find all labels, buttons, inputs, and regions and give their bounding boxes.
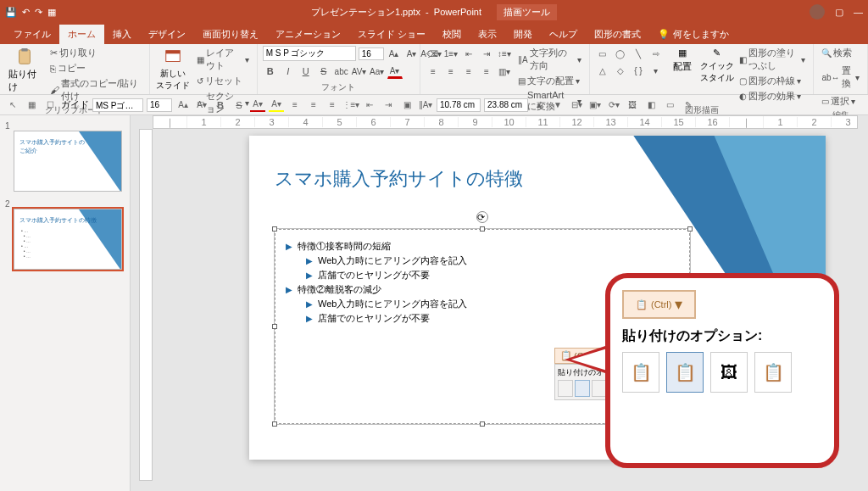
qat-mouse-icon[interactable]: ↖ bbox=[5, 98, 20, 112]
cut-button[interactable]: ✂切り取り bbox=[47, 46, 144, 60]
slide-title[interactable]: スマホ購入予約サイトの特徴 bbox=[275, 166, 523, 192]
new-slide-button[interactable]: 新しい スライド bbox=[155, 46, 191, 93]
layout-button[interactable]: ▦ レイアウト ▾ bbox=[194, 46, 252, 73]
paste-button[interactable]: 貼り付け bbox=[5, 46, 44, 95]
resize-handle[interactable] bbox=[687, 226, 693, 232]
font-size-select[interactable]: 16 bbox=[359, 47, 384, 60]
tab-help[interactable]: ヘルプ bbox=[541, 25, 586, 44]
qat-align-r[interactable]: ≡ bbox=[325, 98, 340, 112]
shape-line-icon[interactable]: ╲ bbox=[631, 46, 646, 61]
change-case-button[interactable]: Aa▾ bbox=[370, 64, 385, 79]
spacing-button[interactable]: AV▾ bbox=[352, 64, 367, 79]
undo-icon[interactable]: ↶ bbox=[22, 7, 30, 18]
strike-button[interactable]: S bbox=[316, 64, 331, 79]
resize-handle[interactable] bbox=[480, 421, 485, 427]
increase-indent-button[interactable]: ⇥ bbox=[479, 46, 494, 61]
font-family-select[interactable]: M S P ゴシック bbox=[263, 46, 356, 61]
start-from-beginning-icon[interactable]: ▦ bbox=[47, 7, 56, 18]
resize-handle[interactable] bbox=[480, 226, 485, 232]
quick-styles-button[interactable]: ✎クイック スタイル bbox=[701, 46, 733, 86]
replace-button[interactable]: ab↔ 置換 ▾ bbox=[819, 64, 862, 91]
align-center-button[interactable]: ≡ bbox=[443, 64, 459, 79]
qat-grow-font[interactable]: A▴ bbox=[175, 98, 191, 112]
shape-arrow-icon[interactable]: ⇨ bbox=[648, 46, 664, 61]
qat-picture[interactable]: 🖼 bbox=[625, 98, 640, 112]
shape-effects-button[interactable]: ◐ 図形の効果 ▾ bbox=[737, 89, 808, 103]
rotation-handle-icon[interactable]: ⟳ bbox=[476, 211, 488, 223]
shape-fill-button[interactable]: ◧ 図形の塗りつぶし ▾ bbox=[737, 46, 808, 73]
bold-button[interactable]: B bbox=[263, 64, 278, 79]
justify-button[interactable]: ≡ bbox=[479, 64, 494, 79]
qat-bring-front[interactable]: ▲ bbox=[531, 98, 547, 112]
qat-more3[interactable]: ✎ bbox=[681, 98, 696, 112]
qat-height[interactable]: 23.88 cm bbox=[484, 98, 528, 112]
bullet-level-1[interactable]: ▶特徴①接客時間の短縮 bbox=[286, 240, 679, 253]
qat-more2[interactable]: ▭ bbox=[662, 98, 677, 112]
arrange-button[interactable]: ▦配置 bbox=[667, 46, 698, 75]
tab-review[interactable]: 校閲 bbox=[434, 25, 470, 44]
font-color-button[interactable]: A▾ bbox=[387, 64, 403, 79]
qat-bullets[interactable]: ⋮≡▾ bbox=[343, 98, 359, 112]
resize-handle[interactable] bbox=[272, 421, 277, 427]
tell-me[interactable]: 💡何をしますか bbox=[649, 25, 737, 44]
qat-font-size[interactable]: 16 bbox=[147, 98, 172, 112]
minimize-icon[interactable]: — bbox=[854, 7, 863, 17]
align-text-button[interactable]: ▤ 文字の配置 ▾ bbox=[515, 74, 584, 88]
underline-button[interactable]: U bbox=[298, 64, 314, 79]
shape-rect-icon[interactable]: ▭ bbox=[595, 46, 610, 61]
resize-handle[interactable] bbox=[272, 226, 277, 232]
qat-indent-inc[interactable]: ⇥ bbox=[381, 98, 396, 112]
tab-design[interactable]: デザイン bbox=[140, 25, 194, 44]
columns-button[interactable]: ▥▾ bbox=[497, 64, 512, 79]
qat-send-back[interactable]: ▼ bbox=[550, 98, 565, 112]
qat-bold[interactable]: B bbox=[213, 98, 228, 112]
qat-indent-dec[interactable]: ⇤ bbox=[362, 98, 377, 112]
shape-outline-button[interactable]: ▢ 図形の枠線 ▾ bbox=[737, 74, 808, 88]
numbering-button[interactable]: 1≡▾ bbox=[443, 46, 459, 61]
tab-animations[interactable]: アニメーション bbox=[267, 25, 349, 44]
ribbon-display-icon[interactable]: ▢ bbox=[835, 7, 843, 18]
shape-more3-icon[interactable]: { } bbox=[631, 63, 646, 78]
qat-grid-icon[interactable]: ▦ bbox=[24, 98, 39, 112]
italic-button[interactable]: I bbox=[281, 64, 296, 79]
redo-icon[interactable]: ↷ bbox=[35, 7, 42, 18]
tab-slideshow[interactable]: スライド ショー bbox=[349, 25, 434, 44]
shape-more1-icon[interactable]: △ bbox=[595, 63, 610, 78]
thumbnail-1[interactable]: 1 スマホ購入予約サイトの ご紹介 bbox=[5, 120, 125, 192]
tab-home[interactable]: ホーム bbox=[59, 25, 104, 44]
tab-developer[interactable]: 開発 bbox=[505, 25, 541, 44]
align-right-button[interactable]: ≡ bbox=[461, 64, 476, 79]
bullets-button[interactable]: ⋮≡▾ bbox=[426, 46, 441, 61]
qat-text-dir[interactable]: ‖A▾ bbox=[418, 98, 433, 112]
qat-width[interactable]: 10.78 cm bbox=[437, 98, 481, 112]
bullet-level-2[interactable]: ▶Web入力時にヒアリング内容を記入 bbox=[306, 254, 679, 267]
qat-font-color[interactable]: A▾ bbox=[250, 98, 265, 112]
increase-font-icon[interactable]: A▴ bbox=[387, 46, 402, 61]
qat-rotate[interactable]: ⟳▾ bbox=[606, 98, 621, 112]
qat-shrink-font[interactable]: A▾ bbox=[194, 98, 209, 112]
line-spacing-button[interactable]: ↕≡▾ bbox=[497, 46, 512, 61]
select-button[interactable]: ▭ 選択 ▾ bbox=[819, 94, 858, 109]
qat-font-family[interactable]: MS Pゴ… bbox=[92, 98, 143, 112]
shadow-button[interactable]: abc bbox=[334, 64, 349, 79]
resize-handle[interactable] bbox=[272, 324, 277, 329]
tab-format[interactable]: 図形の書式 bbox=[586, 25, 649, 44]
qat-group[interactable]: ▣▾ bbox=[587, 98, 603, 112]
qat-guides-check[interactable]: ☐ bbox=[42, 98, 58, 112]
shape-oval-icon[interactable]: ◯ bbox=[613, 46, 628, 61]
align-left-button[interactable]: ≡ bbox=[426, 64, 441, 79]
qat-align-l[interactable]: ≡ bbox=[287, 98, 303, 112]
qat-highlight[interactable]: A▾ bbox=[269, 98, 284, 112]
copy-button[interactable]: ⎘コピー bbox=[47, 61, 144, 75]
thumbnail-2[interactable]: 2 スマホ購入予約サイトの特徴 • … • … • …• … • … • … bbox=[5, 198, 125, 270]
tab-view[interactable]: 表示 bbox=[470, 25, 505, 44]
tab-insert[interactable]: 挿入 bbox=[104, 25, 140, 44]
qat-smartart[interactable]: ▣ bbox=[399, 98, 415, 112]
decrease-indent-button[interactable]: ⇤ bbox=[461, 46, 476, 61]
tab-file[interactable]: ファイル bbox=[5, 25, 59, 44]
account-icon[interactable] bbox=[810, 4, 825, 20]
save-icon[interactable]: 💾 bbox=[5, 7, 17, 18]
shape-more2-icon[interactable]: ◇ bbox=[613, 63, 628, 78]
text-direction-button[interactable]: ‖A 文字列の方向 ▾ bbox=[515, 46, 584, 73]
qat-more1[interactable]: ◧ bbox=[643, 98, 659, 112]
